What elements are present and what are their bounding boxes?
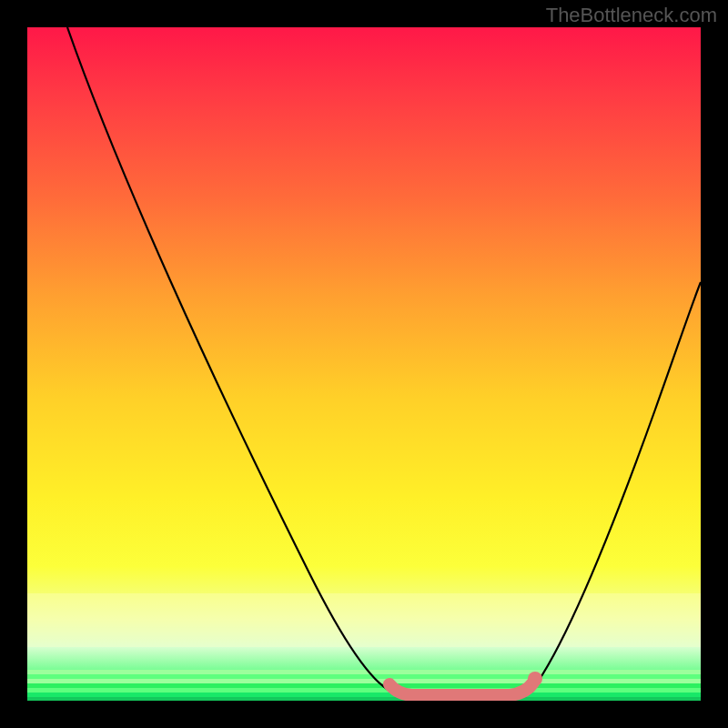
chart-svg xyxy=(27,27,701,701)
curve-left xyxy=(67,27,391,692)
optimal-band-marker xyxy=(389,682,533,695)
chart-plot-area xyxy=(27,27,701,701)
curve-right xyxy=(532,282,701,690)
end-marker-dot xyxy=(528,672,542,686)
watermark-text: TheBottleneck.com xyxy=(546,4,717,27)
